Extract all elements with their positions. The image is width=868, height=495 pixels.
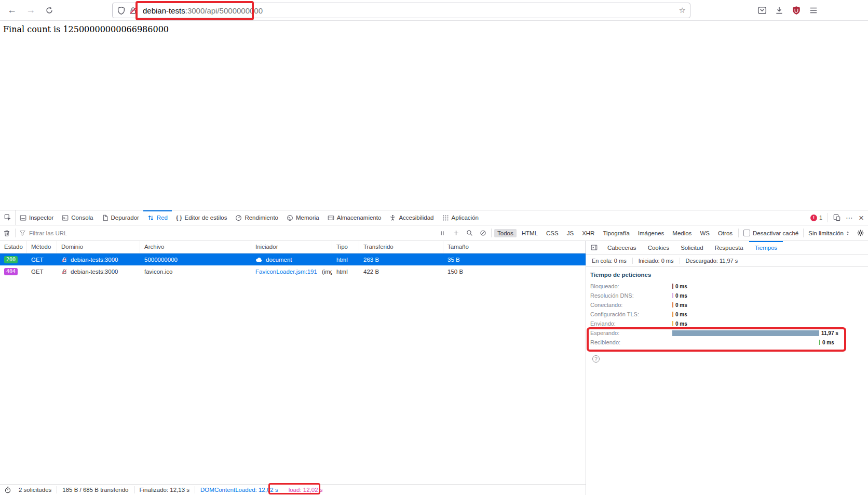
filter-pill-xhr[interactable]: XHR (579, 229, 598, 237)
devtools-tab-debugger[interactable]: Depurador (98, 210, 143, 225)
column-header-estado[interactable]: Estado (0, 241, 27, 253)
reload-icon (45, 6, 53, 15)
column-header-tipo[interactable]: Tipo (332, 241, 359, 253)
column-header-iniciador[interactable]: Iniciador (251, 241, 332, 253)
status-badge: 404 (4, 268, 18, 275)
network-settings-button[interactable] (853, 229, 867, 237)
filter-pill-html[interactable]: HTML (519, 229, 541, 237)
cell-transferred: 422 B (359, 265, 443, 277)
shield-icon[interactable] (117, 6, 126, 15)
filter-pill-imágenes[interactable]: Imágenes (635, 229, 668, 237)
url-filter-input[interactable]: Filtrar las URL (19, 230, 436, 236)
cell-domain: debian-tests:3000 (57, 265, 140, 277)
styleeditor-icon: { } (176, 215, 182, 221)
ublock-origin-icon[interactable] (792, 6, 801, 15)
url-text[interactable]: debian-tests:3000/api/5000000000 (143, 6, 263, 15)
url-bar[interactable]: debian-tests:3000/api/5000000000 ☆ (112, 3, 690, 18)
timing-label: Esperando: (590, 330, 672, 336)
application-icon (442, 215, 449, 221)
expand-panel-button[interactable] (586, 241, 602, 254)
details-tab-respuesta[interactable]: Respuesta (709, 241, 749, 254)
pocket-icon[interactable] (757, 6, 767, 15)
details-tab-tiempos[interactable]: Tiempos (749, 241, 783, 254)
column-header-transferido[interactable]: Transferido (359, 241, 443, 253)
performance-icon (235, 215, 242, 221)
block-request-button[interactable] (476, 230, 490, 236)
filter-pill-otros[interactable]: Otros (715, 229, 736, 237)
divider (738, 229, 739, 237)
tab-label: Depurador (111, 215, 139, 221)
devtools-tab-accessibility[interactable]: Accesibilidad (385, 210, 438, 225)
insecure-lock-icon[interactable] (129, 6, 138, 15)
devtools-tab-performance[interactable]: Rendimiento (231, 210, 282, 225)
divider (491, 229, 492, 237)
finish-time: Finalizado: 12,13 s (134, 487, 195, 493)
details-tab-solicitud[interactable]: Solicitud (675, 241, 709, 254)
page-content: Final count is 12500000000066986000 (0, 21, 868, 210)
accessibility-icon (389, 215, 396, 221)
request-row[interactable]: 200GETdebian-tests:30005000000000documen… (0, 253, 586, 265)
devtools-tab-styleeditor[interactable]: { }Editor de estilos (172, 210, 231, 225)
devtools-close-icon[interactable]: × (859, 213, 864, 222)
reload-button[interactable] (44, 5, 55, 16)
details-tab-cookies[interactable]: Cookies (642, 241, 675, 254)
error-count: 1 (819, 215, 822, 221)
filter-pill-js[interactable]: JS (564, 229, 577, 237)
filter-pill-tipografía[interactable]: Tipografía (600, 229, 632, 237)
timing-value: 0 ms (822, 340, 834, 345)
disable-cache-checkbox[interactable]: Desactivar caché (743, 230, 798, 236)
devtools-tab-inspector[interactable]: Inspector (16, 210, 58, 225)
plus-icon (453, 230, 459, 236)
clear-requests-button[interactable] (0, 230, 13, 237)
request-table-header[interactable]: EstadoMétodoDominioArchivoIniciadorTipoT… (0, 241, 586, 253)
devtools-tab-console[interactable]: Consola (58, 210, 97, 225)
column-header-dominio[interactable]: Dominio (57, 241, 140, 253)
search-button[interactable] (463, 230, 476, 236)
url-filter-placeholder: Filtrar las URL (29, 230, 67, 236)
load-time: load: 12,02 s (283, 487, 328, 493)
add-request-button[interactable] (449, 230, 463, 236)
cell-domain: debian-tests:3000 (57, 253, 140, 265)
performance-analysis-button[interactable] (2, 486, 13, 493)
pick-element-button[interactable] (0, 210, 16, 225)
pick-element-icon (4, 214, 11, 221)
cell-file: 5000000000 (140, 253, 251, 265)
column-header-tamaño[interactable]: Tamaño (443, 241, 586, 253)
request-details-panel: CabecerasCookiesSolicitudRespuestaTiempo… (586, 241, 868, 495)
error-count-badge[interactable]: ! 1 (810, 215, 822, 221)
devtools-tab-network[interactable]: Red (143, 210, 172, 225)
column-header-método[interactable]: Método (27, 241, 57, 253)
devtools-tab-memory[interactable]: Memoria (282, 210, 323, 225)
devtools-tab-application[interactable]: Aplicación (438, 210, 483, 225)
filter-pill-css[interactable]: CSS (543, 229, 562, 237)
back-button[interactable]: ← (6, 5, 18, 16)
domcontentloaded-time: DOMContentLoaded: 12,02 s (195, 487, 283, 493)
devtools: InspectorConsolaDepuradorRed{ }Editor de… (0, 210, 868, 495)
disable-cache-label: Desactivar caché (753, 230, 798, 236)
details-tab-cabeceras[interactable]: Cabeceras (602, 241, 642, 254)
timing-tick (672, 284, 673, 289)
filter-pill-medios[interactable]: Medios (669, 229, 695, 237)
request-row[interactable]: 404GETdebian-tests:3000favicon.icoFavico… (0, 265, 586, 277)
checkbox-icon (743, 230, 750, 236)
devtools-more-icon[interactable]: ⋯ (846, 213, 853, 222)
responsive-mode-icon[interactable] (833, 214, 840, 221)
stopwatch-icon (4, 486, 11, 493)
tab-label: Inspector (29, 215, 53, 221)
filter-pill-todos[interactable]: Todos (494, 229, 517, 237)
bookmark-star-icon[interactable]: ☆ (679, 6, 686, 15)
help-icon[interactable]: ? (592, 355, 600, 363)
menu-icon[interactable] (809, 6, 818, 15)
timing-label: Bloqueado: (590, 283, 672, 289)
timing-tick (672, 312, 673, 317)
pause-traffic-button[interactable] (436, 230, 449, 236)
filter-pill-ws[interactable]: WS (697, 229, 713, 237)
throttling-dropdown[interactable]: Sin limitación (808, 230, 850, 236)
initiator-link: FaviconLoader.jsm:191 (255, 266, 317, 277)
cell-transferred: 263 B (359, 253, 443, 265)
column-header-archivo[interactable]: Archivo (140, 241, 251, 253)
timing-tick (819, 340, 820, 345)
gear-icon (857, 229, 864, 237)
downloads-icon[interactable] (775, 6, 784, 15)
devtools-tab-storage[interactable]: Almacenamiento (323, 210, 386, 225)
